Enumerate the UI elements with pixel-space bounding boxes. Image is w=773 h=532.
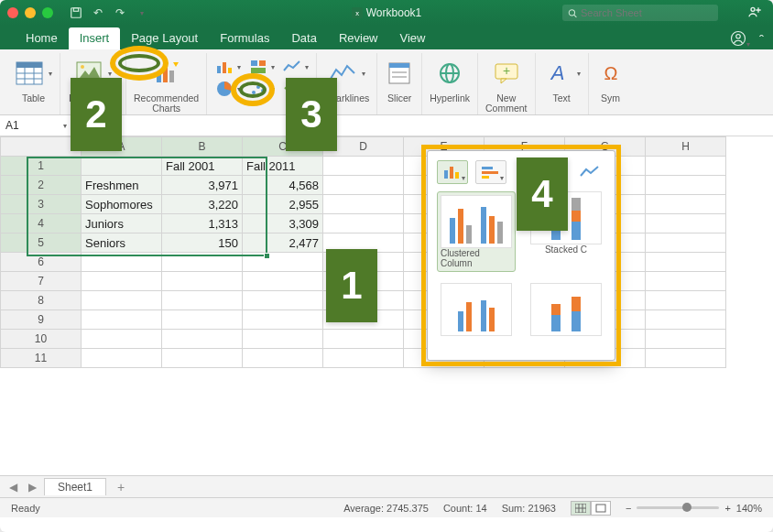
account-icon[interactable]: ▾	[730, 30, 750, 49]
column-header-b[interactable]: B	[162, 137, 243, 157]
row-header[interactable]: 4	[1, 214, 82, 233]
chevron-down-icon[interactable]: ▾	[49, 70, 52, 78]
svg-rect-23	[217, 66, 221, 73]
svg-text:A: A	[549, 61, 564, 84]
cell[interactable]: Fall 2001	[162, 157, 243, 176]
search-icon	[568, 8, 577, 18]
text-label: Text	[552, 93, 570, 104]
ribbon-group-hyperlink: Hyperlink	[422, 53, 478, 114]
row-header[interactable]: 2	[1, 176, 82, 195]
tab-review[interactable]: Review	[328, 27, 389, 49]
zoom-out-button[interactable]: −	[626, 503, 631, 514]
ribbon-group-symbols: Ω Sym	[589, 53, 633, 114]
cell[interactable]: Seniors	[82, 233, 162, 253]
symbols-label: Sym	[601, 93, 620, 104]
select-all-corner[interactable]	[1, 137, 82, 157]
callout-ring-chart-button	[231, 73, 275, 106]
tab-data[interactable]: Data	[280, 27, 327, 49]
row-header[interactable]: 9	[1, 310, 82, 330]
worksheet-grid[interactable]: A B C D E F G H 1 Fall 2001 Fall 2011	[0, 136, 773, 475]
ribbon-group-comment: + New Comment	[478, 53, 536, 114]
close-window-button[interactable]	[7, 7, 18, 18]
cell[interactable]: 4,568	[243, 176, 323, 195]
svg-rect-24	[223, 62, 226, 73]
column-header-h[interactable]: H	[646, 137, 726, 157]
minimize-window-button[interactable]	[25, 7, 36, 18]
fill-handle[interactable]	[264, 253, 270, 259]
view-page-layout-button[interactable]	[591, 501, 611, 516]
cell[interactable]: Juniors	[82, 214, 162, 233]
cell[interactable]: 2,955	[243, 195, 323, 214]
cell[interactable]: 150	[162, 233, 243, 253]
formula-input[interactable]	[122, 124, 773, 127]
hyperlink-button[interactable]	[435, 59, 464, 88]
svg-rect-2	[352, 7, 363, 18]
row-header[interactable]: 3	[1, 195, 82, 214]
cell[interactable]	[82, 157, 162, 176]
ribbon-tabs: Home Insert Page Layout Formulas Data Re…	[0, 26, 773, 49]
sheet-nav-prev[interactable]: ◀	[5, 481, 21, 494]
search-sheet-input[interactable]	[562, 5, 718, 21]
undo-icon[interactable]: ↶	[92, 6, 104, 19]
new-comment-label: New Comment	[485, 93, 528, 114]
view-normal-button[interactable]	[571, 501, 591, 516]
redo-icon[interactable]: ↷	[114, 6, 126, 19]
status-ready: Ready	[11, 503, 40, 514]
search-field[interactable]	[581, 7, 713, 18]
cell[interactable]: 3,971	[162, 176, 243, 195]
zoom-window-button[interactable]	[42, 7, 53, 18]
svg-rect-34	[389, 63, 409, 68]
cell[interactable]: 2,477	[243, 233, 323, 253]
cell[interactable]: Freshmen	[82, 176, 162, 195]
share-button[interactable]	[747, 5, 762, 22]
row-header[interactable]: 5	[1, 233, 82, 253]
cell[interactable]: Fall 2011	[243, 157, 323, 176]
table-button[interactable]	[15, 59, 44, 88]
text-button[interactable]: A	[543, 59, 572, 88]
add-sheet-button[interactable]: +	[110, 480, 132, 494]
qat-dropdown-icon[interactable]: ▾	[136, 6, 148, 19]
zoom-slider[interactable]	[637, 506, 719, 509]
svg-rect-12	[16, 62, 42, 68]
svg-rect-27	[259, 60, 266, 66]
column-chart-button[interactable]	[214, 57, 234, 77]
line-chart-button[interactable]	[282, 57, 302, 77]
recommended-charts-label: Recommended Charts	[134, 93, 199, 114]
svg-rect-26	[251, 60, 257, 66]
row-header[interactable]: 7	[1, 272, 82, 291]
new-comment-button[interactable]: +	[492, 59, 521, 88]
collapse-ribbon-icon[interactable]: ˆ	[759, 32, 764, 48]
cell[interactable]	[323, 157, 404, 176]
sheet-tab[interactable]: Sheet1	[44, 478, 106, 495]
row-header[interactable]: 11	[1, 349, 82, 368]
row-header[interactable]: 10	[1, 330, 82, 349]
save-icon[interactable]	[70, 6, 82, 19]
tab-view[interactable]: View	[389, 27, 437, 49]
svg-line-5	[574, 15, 577, 17]
svg-point-6	[751, 7, 755, 11]
row-header[interactable]: 6	[1, 253, 82, 272]
svg-rect-25	[228, 68, 232, 73]
cell[interactable]: 3,309	[243, 214, 323, 233]
tab-home[interactable]: Home	[15, 27, 69, 49]
chevron-down-icon[interactable]: ▾	[63, 122, 67, 130]
hyperlink-label: Hyperlink	[430, 93, 470, 104]
excel-file-icon: x	[352, 7, 363, 18]
name-box[interactable]: A1 ▾	[0, 117, 73, 134]
cell[interactable]: 1,313	[162, 214, 243, 233]
callout-number-3: 3	[286, 78, 337, 151]
row-header[interactable]: 1	[1, 157, 82, 176]
cell[interactable]: 3,220	[162, 195, 243, 214]
status-average: Average: 2745.375	[343, 503, 429, 514]
tab-formulas[interactable]: Formulas	[209, 27, 280, 49]
symbols-button[interactable]: Ω	[596, 59, 626, 88]
svg-text:+: +	[503, 63, 510, 78]
zoom-in-button[interactable]: +	[724, 503, 730, 514]
callout-number-2: 2	[71, 78, 122, 151]
sheet-nav-next[interactable]: ▶	[25, 481, 40, 494]
zoom-level[interactable]: 140%	[736, 503, 762, 514]
tab-insert[interactable]: Insert	[69, 27, 121, 49]
cell[interactable]: Sophomores	[82, 195, 162, 214]
row-header[interactable]: 8	[1, 291, 82, 310]
slicer-button[interactable]	[385, 59, 414, 88]
